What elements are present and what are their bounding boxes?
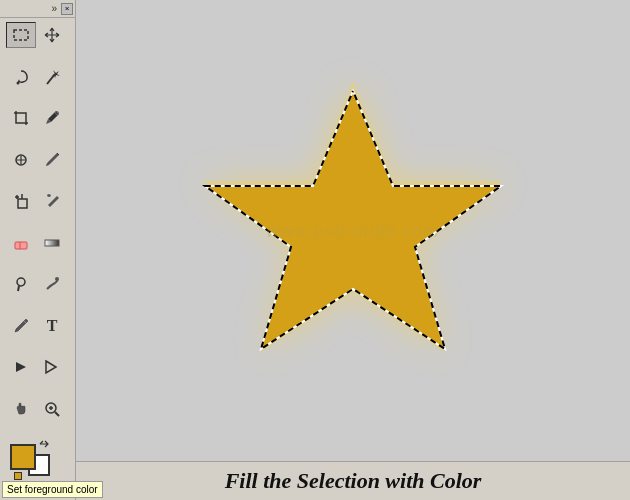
tool-marquee-rect[interactable] [6, 22, 36, 48]
svg-rect-0 [14, 30, 28, 40]
tool-eyedropper[interactable] [37, 105, 67, 131]
star-svg [143, 51, 563, 411]
canvas-area: www.psd-dude.com [76, 0, 630, 500]
tool-clone[interactable] [6, 188, 36, 214]
tool-magic-wand[interactable] [37, 64, 67, 90]
svg-point-1 [17, 81, 20, 84]
svg-point-8 [55, 277, 59, 281]
caption-text: Fill the Selection with Color [225, 468, 482, 493]
svg-line-2 [47, 74, 55, 84]
tool-zoom[interactable] [37, 396, 67, 422]
svg-rect-6 [45, 240, 59, 246]
tools-grid: T [0, 18, 75, 440]
tool-direct-select[interactable] [37, 354, 67, 380]
star-container [143, 51, 563, 411]
svg-point-7 [17, 278, 25, 286]
tool-type[interactable]: T [37, 313, 67, 339]
tool-history-brush[interactable] [37, 188, 67, 214]
tool-spot-heal[interactable] [6, 147, 36, 173]
toolbar-collapse-arrows[interactable]: » [51, 3, 57, 14]
color-area: Set foreground color [0, 440, 75, 500]
tool-brush[interactable] [37, 147, 67, 173]
tool-crop[interactable] [6, 105, 36, 131]
color-swap-icon[interactable] [38, 438, 50, 450]
tool-dodge[interactable] [6, 271, 36, 297]
tool-eraser[interactable] [6, 230, 36, 256]
tool-lasso[interactable] [6, 64, 36, 90]
tool-pen[interactable] [6, 313, 36, 339]
toolbar-header: » × [0, 0, 75, 18]
tool-move[interactable] [37, 22, 67, 48]
svg-line-10 [55, 412, 59, 416]
star-fill [205, 91, 501, 349]
svg-rect-5 [15, 242, 27, 249]
tool-smudge[interactable] [37, 271, 67, 297]
tool-path-select[interactable] [6, 354, 36, 380]
caption-bar: Fill the Selection with Color [76, 461, 630, 500]
toolbar-close-button[interactable]: × [61, 3, 73, 15]
tool-hand[interactable] [6, 396, 36, 422]
toolbar: » × [0, 0, 76, 500]
fg-color-tooltip: Set foreground color [2, 481, 103, 498]
canvas-content: www.psd-dude.com [76, 0, 630, 461]
fg-color-swatch[interactable] [10, 444, 36, 470]
tooltip-pointer [14, 472, 22, 480]
tool-gradient[interactable] [37, 230, 67, 256]
